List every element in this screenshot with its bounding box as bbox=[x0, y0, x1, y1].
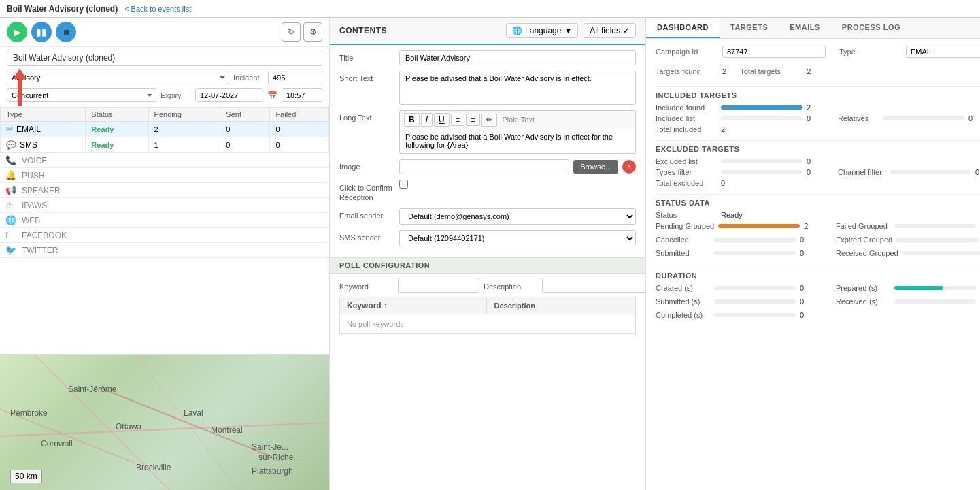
status-row: Status Ready bbox=[656, 211, 980, 219]
sms-sender-row: SMS sender Default (12094402171) bbox=[339, 230, 636, 246]
type-select[interactable]: Advisory bbox=[7, 71, 229, 84]
campaign-id-input[interactable] bbox=[722, 46, 826, 58]
click-confirm-field bbox=[399, 180, 408, 189]
excluded-targets-title: EXCLUDED TARGETS bbox=[656, 140, 980, 153]
ordered-list-button[interactable]: ≡ bbox=[466, 114, 479, 126]
tab-targets[interactable]: TARGETS bbox=[720, 18, 779, 38]
web-label: WEB bbox=[22, 216, 40, 225]
push-label: PUSH bbox=[22, 171, 44, 180]
tab-dashboard[interactable]: DASHBOARD bbox=[646, 18, 720, 38]
main-container: ▶ ▮▮ ◾ ↻ ⚙ Advisory Incident bbox=[0, 18, 980, 490]
stop-button[interactable]: ◾ bbox=[56, 22, 76, 42]
dashboard-inner: Campaign Id Type Targets found 2 bbox=[656, 46, 970, 322]
sms-sender-select[interactable]: Default (12094402171) bbox=[399, 230, 636, 246]
received-s-label: Received (s) bbox=[836, 297, 890, 306]
expiry-time-input[interactable] bbox=[282, 88, 322, 102]
duration-grid: Created (s) 0 Prepared (s) 2.309 bbox=[656, 284, 980, 322]
browse-button[interactable]: Browse... bbox=[573, 160, 618, 174]
pause-button[interactable]: ▮▮ bbox=[31, 22, 52, 42]
plain-text-label: Plain Text bbox=[503, 116, 535, 124]
schedule-select[interactable]: Concurrent bbox=[7, 88, 156, 102]
left-panel: ▶ ▮▮ ◾ ↻ ⚙ Advisory Incident bbox=[0, 18, 330, 490]
twitter-icon: 🐦 bbox=[5, 245, 18, 255]
svg-text:Ottawa: Ottawa bbox=[116, 422, 141, 431]
submitted-value: 0 bbox=[800, 249, 820, 257]
long-text-editor: B I U ≡ ≡ ✏ Plain Text Please be advised… bbox=[399, 110, 636, 154]
poll-no-data: No poll keywords bbox=[340, 314, 636, 333]
list-button[interactable]: ≡ bbox=[451, 114, 464, 126]
long-text-input[interactable]: Please be advised that a Boil Water Advi… bbox=[399, 129, 636, 154]
prepared-label: Prepared (s) bbox=[836, 284, 890, 292]
svg-text:Saint-Je...: Saint-Je... bbox=[252, 442, 288, 452]
submitted-s-value: 0 bbox=[800, 297, 820, 306]
expired-grouped-row: Expired Grouped 0 bbox=[836, 235, 980, 244]
image-path-input[interactable] bbox=[399, 159, 569, 174]
relatives-bar-container bbox=[883, 116, 964, 120]
completed-value: 0 bbox=[800, 311, 820, 319]
received-s-bar-container bbox=[894, 299, 976, 304]
channel-filter-bar-container bbox=[890, 170, 971, 174]
excluded-list-label: Excluded list bbox=[656, 157, 717, 165]
clear-image-button[interactable]: × bbox=[622, 160, 636, 174]
click-confirm-checkbox[interactable] bbox=[399, 180, 408, 189]
types-filter-value: 0 bbox=[807, 168, 827, 176]
completed-bar-container bbox=[714, 313, 796, 317]
table-row: 💬 SMS Ready 1 0 0 bbox=[1, 137, 329, 153]
bold-button[interactable]: B bbox=[404, 113, 420, 127]
map-placeholder: Pembroke Saint-Jérôme Ottawa Laval Montr… bbox=[0, 355, 329, 490]
poll-description-input[interactable] bbox=[542, 278, 646, 293]
submitted-row: Submitted 0 bbox=[656, 249, 829, 257]
short-text-input[interactable]: Please be advised that a Boil Water Advi… bbox=[399, 71, 636, 105]
poll-empty-row: No poll keywords bbox=[340, 314, 636, 333]
edit-button[interactable]: ✏ bbox=[481, 114, 497, 127]
type-label-right: Type bbox=[839, 48, 900, 56]
contents-header: CONTENTS 🌐 Language ▼ All fields ✓ bbox=[330, 18, 645, 45]
svg-text:Cornwall: Cornwall bbox=[41, 439, 73, 448]
image-row: Image Browse... × bbox=[339, 159, 636, 174]
duration-title: DURATION bbox=[656, 267, 980, 280]
tab-process-log[interactable]: PROCESS LOG bbox=[831, 18, 911, 38]
play-button[interactable]: ▶ bbox=[7, 22, 27, 42]
campaign-name-input[interactable] bbox=[7, 50, 322, 66]
middle-panel: CONTENTS 🌐 Language ▼ All fields ✓ Title bbox=[330, 18, 646, 490]
sms-status: Ready bbox=[86, 137, 148, 153]
svg-text:Brockville: Brockville bbox=[136, 463, 171, 472]
language-button[interactable]: 🌐 Language ▼ bbox=[506, 23, 578, 38]
email-icon: ✉ bbox=[6, 125, 13, 134]
pending-grouped-value: 2 bbox=[804, 222, 824, 230]
back-link[interactable]: < Back to events list bbox=[124, 5, 191, 13]
other-channels-list: 📞 VOICE 🔔 PUSH 📢 SPEAKER ⚠ IPAWS 🌐 WEB f bbox=[0, 153, 329, 354]
type-input[interactable] bbox=[906, 46, 980, 58]
underline-button[interactable]: U bbox=[434, 113, 450, 127]
email-sender-select[interactable]: Default (demo@genasys.com) bbox=[399, 208, 636, 225]
poll-keyword-input[interactable] bbox=[398, 278, 479, 293]
expiry-date-input[interactable] bbox=[195, 88, 263, 102]
settings-button[interactable]: ⚙ bbox=[303, 22, 322, 42]
excluded-list-bar-container bbox=[721, 159, 802, 163]
tab-emails[interactable]: EMAILS bbox=[779, 18, 831, 38]
pending-grouped-bar bbox=[718, 224, 800, 228]
created-bar-container bbox=[714, 286, 796, 290]
included-list-bar-container bbox=[721, 116, 802, 120]
push-icon: 🔔 bbox=[5, 170, 18, 180]
created-value: 0 bbox=[800, 284, 820, 292]
calendar-icon[interactable]: 📅 bbox=[267, 91, 277, 100]
twitter-label: TWITTER bbox=[22, 246, 58, 255]
map-scale: 50 km bbox=[10, 470, 42, 483]
list-item: f FACEBOOK bbox=[0, 228, 329, 243]
ipaws-label: IPAWS bbox=[22, 201, 47, 210]
italic-button[interactable]: I bbox=[421, 113, 433, 127]
cancelled-label: Cancelled bbox=[656, 235, 710, 244]
checkmark-icon: ✓ bbox=[623, 26, 630, 35]
globe-icon: 🌐 bbox=[512, 26, 522, 35]
all-fields-button[interactable]: All fields ✓ bbox=[584, 23, 636, 38]
list-item: 🐦 TWITTER bbox=[0, 243, 329, 258]
campaign-id-label: Campaign Id bbox=[656, 48, 717, 56]
title-input[interactable] bbox=[399, 50, 636, 65]
received-grouped-row: Received Grouped 0 bbox=[836, 249, 980, 257]
incident-label: Incident bbox=[233, 74, 264, 82]
refresh-button[interactable]: ↻ bbox=[282, 22, 301, 42]
channel-filter-value: 0 bbox=[975, 168, 980, 176]
email-sent: 0 bbox=[220, 122, 270, 137]
incident-input[interactable] bbox=[268, 71, 322, 84]
